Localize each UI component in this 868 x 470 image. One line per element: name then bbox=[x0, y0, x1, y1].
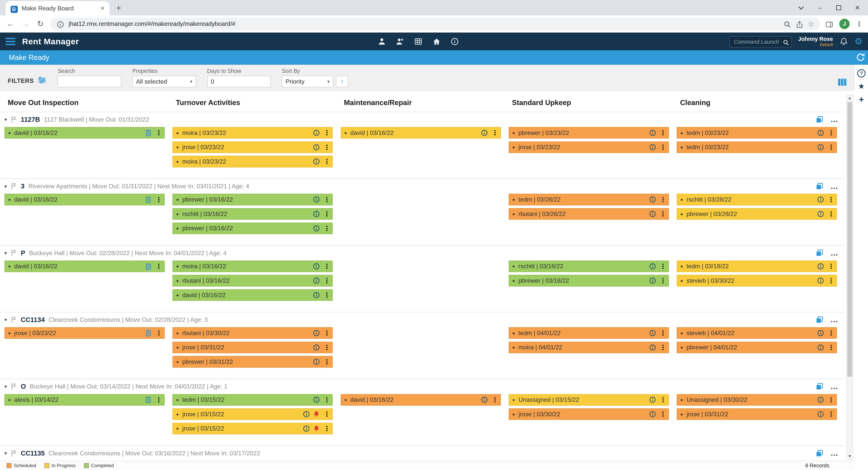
card-menu-icon[interactable]: ⋮ bbox=[660, 196, 666, 203]
task-card[interactable]: ▸ jrose | 03/15/22 ⋮ bbox=[173, 408, 333, 420]
expand-arrow-icon[interactable]: ▸ bbox=[177, 159, 179, 164]
info-icon[interactable] bbox=[649, 144, 656, 150]
expand-arrow-icon[interactable]: ▸ bbox=[513, 397, 515, 402]
expand-arrow-icon[interactable]: ▸ bbox=[177, 278, 179, 283]
info-icon[interactable] bbox=[817, 411, 824, 417]
home-icon[interactable] bbox=[432, 37, 441, 46]
expand-arrow-icon[interactable]: ▸ bbox=[177, 130, 179, 135]
info-icon[interactable] bbox=[649, 263, 656, 270]
settings-gear-icon[interactable]: ⚙ bbox=[855, 37, 862, 46]
flag-icon[interactable] bbox=[11, 116, 17, 123]
scroll-up-button[interactable]: ▲ bbox=[848, 95, 851, 101]
copy-cards-icon[interactable] bbox=[816, 183, 823, 190]
task-card[interactable]: ▸ jrose | 03/31/22 ⋮ bbox=[677, 408, 837, 420]
browser-menu-icon[interactable]: ⋮ bbox=[856, 20, 862, 28]
task-card[interactable]: ▸ Unassigned | 03/30/22 ⋮ bbox=[677, 394, 837, 406]
expand-arrow-icon[interactable]: ▸ bbox=[177, 331, 179, 336]
card-menu-icon[interactable]: ⋮ bbox=[323, 358, 330, 366]
task-card[interactable]: ▸ pbrewer | 03/16/22 ⋮ bbox=[173, 194, 333, 205]
task-card[interactable]: ▸ moira | 04/01/22 ⋮ bbox=[509, 342, 669, 353]
expand-arrow-icon[interactable]: ▸ bbox=[177, 397, 179, 402]
task-card[interactable]: ▸ jrose | 03/15/22 ⋮ bbox=[173, 423, 333, 434]
sort-by-select[interactable]: Priority ▾ bbox=[282, 76, 333, 87]
unit-more-button[interactable]: … bbox=[830, 185, 838, 188]
task-card[interactable]: ▸ tedm | 04/01/22 ⋮ bbox=[509, 327, 669, 339]
collapse-caret-icon[interactable]: ▾ bbox=[4, 384, 7, 390]
tab-close-icon[interactable]: ✕ bbox=[100, 5, 105, 11]
info-icon[interactable] bbox=[313, 396, 320, 403]
info-icon[interactable] bbox=[817, 330, 824, 336]
copy-cards-icon[interactable] bbox=[816, 116, 823, 123]
expand-arrow-icon[interactable]: ▸ bbox=[9, 197, 11, 202]
card-menu-icon[interactable]: ⋮ bbox=[323, 210, 330, 218]
address-bar[interactable]: jhat12.rmx.rentmanager.com/#/makeready/m… bbox=[50, 18, 820, 30]
info-icon[interactable] bbox=[313, 359, 320, 365]
task-card[interactable]: ▸ rbutani | 03/26/22 ⋮ bbox=[509, 208, 669, 220]
command-launch-input[interactable] bbox=[730, 36, 792, 47]
minimize-button[interactable]: – bbox=[810, 0, 830, 15]
info-icon[interactable] bbox=[313, 144, 320, 150]
clipboard-icon[interactable] bbox=[145, 196, 152, 203]
task-card[interactable]: ▸ david | 03/16/22 ⋮ bbox=[4, 194, 165, 205]
clipboard-icon[interactable] bbox=[145, 263, 152, 270]
task-card[interactable]: ▸ Unassigned | 03/15/22 ⋮ bbox=[509, 394, 669, 406]
reload-button[interactable]: ↻ bbox=[35, 20, 45, 28]
info-icon[interactable] bbox=[313, 158, 320, 165]
expand-arrow-icon[interactable]: ▸ bbox=[513, 345, 515, 350]
expand-arrow-icon[interactable]: ▸ bbox=[513, 130, 515, 135]
card-menu-icon[interactable]: ⋮ bbox=[323, 291, 330, 299]
column-settings-icon[interactable] bbox=[838, 78, 847, 86]
expand-arrow-icon[interactable]: ▸ bbox=[513, 197, 515, 202]
task-card[interactable]: ▸ jrose | 03/31/22 ⋮ bbox=[173, 342, 333, 353]
add-icon[interactable]: + bbox=[859, 95, 864, 104]
info-icon[interactable] bbox=[649, 211, 656, 217]
scrollbar-track[interactable] bbox=[847, 101, 852, 453]
task-card[interactable]: ▸ tedm | 03/26/22 ⋮ bbox=[509, 194, 669, 205]
card-menu-icon[interactable]: ⋮ bbox=[828, 196, 834, 203]
site-info-icon[interactable] bbox=[57, 20, 64, 28]
card-menu-icon[interactable]: ⋮ bbox=[323, 129, 330, 137]
expand-arrow-icon[interactable]: ▸ bbox=[513, 412, 515, 417]
info-icon[interactable] bbox=[313, 130, 320, 136]
scrollbar-thumb[interactable] bbox=[847, 102, 852, 377]
copy-cards-icon[interactable] bbox=[816, 450, 823, 457]
collapse-caret-icon[interactable]: ▾ bbox=[4, 450, 7, 456]
card-menu-icon[interactable]: ⋮ bbox=[828, 410, 834, 418]
task-card[interactable]: ▸ moira | 03/23/22 ⋮ bbox=[173, 127, 333, 139]
card-menu-icon[interactable]: ⋮ bbox=[828, 143, 834, 151]
expand-arrow-icon[interactable]: ▸ bbox=[177, 211, 179, 216]
card-menu-icon[interactable]: ⋮ bbox=[660, 210, 666, 218]
zoom-icon[interactable] bbox=[783, 20, 791, 28]
task-card[interactable]: ▸ jrose | 03/23/22 ⋮ bbox=[509, 141, 669, 153]
card-menu-icon[interactable]: ⋮ bbox=[323, 277, 330, 284]
maximize-button[interactable] bbox=[829, 0, 848, 15]
tab-search-chevron-icon[interactable] bbox=[792, 0, 810, 15]
expand-arrow-icon[interactable]: ▸ bbox=[681, 412, 683, 417]
card-menu-icon[interactable]: ⋮ bbox=[828, 129, 834, 137]
task-card[interactable]: ▸ rschitt | 03/28/22 ⋮ bbox=[677, 194, 837, 205]
collapse-caret-icon[interactable]: ▾ bbox=[4, 116, 7, 122]
close-window-button[interactable]: ✕ bbox=[848, 0, 867, 15]
task-card[interactable]: ▸ tedm | 03/23/22 ⋮ bbox=[677, 141, 837, 153]
info-icon[interactable] bbox=[649, 196, 656, 203]
task-card[interactable]: ▸ stevieb | 04/01/22 ⋮ bbox=[677, 327, 837, 339]
task-card[interactable]: ▸ pbrewer | 03/23/22 ⋮ bbox=[509, 127, 669, 139]
info-icon[interactable] bbox=[817, 130, 824, 136]
card-menu-icon[interactable]: ⋮ bbox=[660, 329, 666, 337]
expand-arrow-icon[interactable]: ▸ bbox=[513, 211, 515, 216]
task-card[interactable]: ▸ pbrewer | 03/16/22 ⋮ bbox=[173, 223, 333, 234]
copy-cards-icon[interactable] bbox=[816, 383, 823, 390]
card-menu-icon[interactable]: ⋮ bbox=[828, 344, 834, 351]
info-icon[interactable] bbox=[313, 344, 320, 351]
expand-arrow-icon[interactable]: ▸ bbox=[177, 293, 179, 298]
flag-icon[interactable] bbox=[11, 450, 17, 457]
card-menu-icon[interactable]: ⋮ bbox=[323, 225, 330, 232]
unit-more-button[interactable]: … bbox=[830, 118, 838, 121]
info-icon[interactable] bbox=[649, 130, 656, 136]
expand-arrow-icon[interactable]: ▸ bbox=[177, 197, 179, 202]
expand-arrow-icon[interactable]: ▸ bbox=[177, 264, 179, 269]
copy-cards-icon[interactable] bbox=[816, 316, 823, 323]
bookmark-star-icon[interactable]: ☆ bbox=[808, 20, 814, 28]
expand-arrow-icon[interactable]: ▸ bbox=[177, 426, 179, 431]
expand-arrow-icon[interactable]: ▸ bbox=[177, 359, 179, 364]
